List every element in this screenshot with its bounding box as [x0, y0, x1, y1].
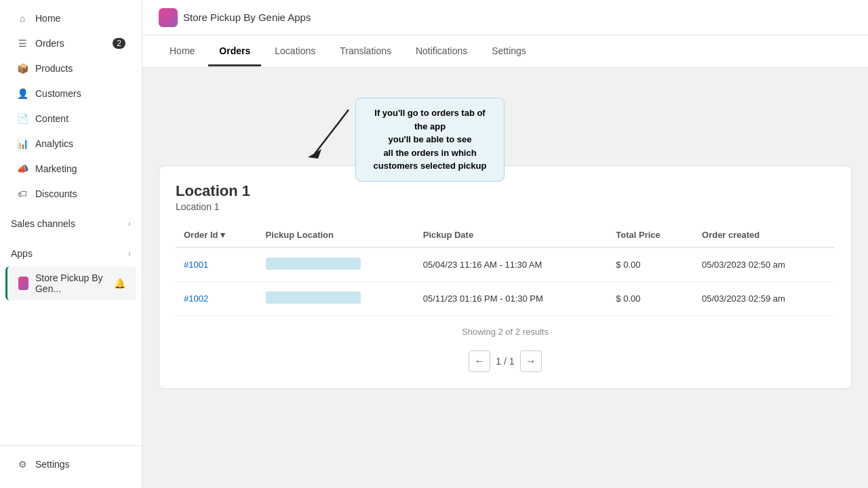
- products-icon: 📦: [16, 62, 28, 75]
- callout-container: If you'll go to orders tab of the app yo…: [159, 84, 852, 165]
- callout-tooltip: If you'll go to orders tab of the app yo…: [355, 98, 505, 182]
- sidebar-item-products[interactable]: 📦 Products: [5, 56, 136, 81]
- total-price-cell: $ 0.00: [608, 282, 694, 316]
- prev-page-button[interactable]: ←: [469, 350, 490, 372]
- active-app-item[interactable]: Store Pickup By Gen... 🔔: [5, 266, 136, 300]
- sidebar-nav: ⌂ Home ☰ Orders 2 📦 Products 👤 Customers…: [0, 0, 142, 440]
- tab-home[interactable]: Home: [159, 37, 205, 66]
- col-total-price: Total Price: [608, 223, 694, 247]
- order-link[interactable]: #1001: [184, 260, 208, 270]
- svg-line-0: [315, 110, 349, 154]
- order-id-cell: #1001: [176, 247, 258, 282]
- sidebar: ⌂ Home ☰ Orders 2 📦 Products 👤 Customers…: [0, 0, 142, 488]
- sales-channels-chevron: ›: [128, 219, 131, 228]
- apps-section-item[interactable]: Apps ›: [11, 244, 131, 263]
- location-title: Location 1: [176, 182, 835, 200]
- sidebar-label-customers: Customers: [35, 88, 125, 99]
- pickup-location-cell: [258, 247, 415, 282]
- orders-card: Location 1 Location 1 Order Id ▾ Pickup …: [159, 165, 852, 389]
- callout-line2: you'll be able to see: [388, 134, 471, 144]
- home-icon: ⌂: [16, 12, 28, 24]
- bell-icon: 🔔: [114, 278, 125, 289]
- col-pickup-date: Pickup Date: [415, 223, 608, 247]
- sidebar-item-home[interactable]: ⌂ Home: [5, 6, 136, 30]
- content-area: If you'll go to orders tab of the app yo…: [142, 68, 868, 488]
- callout-line1: If you'll go to orders tab of the app: [374, 108, 485, 131]
- pagination: ← 1 / 1 →: [176, 350, 835, 372]
- analytics-icon: 📊: [16, 138, 28, 150]
- svg-marker-1: [308, 149, 321, 159]
- app-header-title: Store Pickup By Genie Apps: [183, 12, 311, 23]
- order-id-cell: #1002: [176, 282, 258, 316]
- location-subtitle: Location 1: [176, 201, 835, 212]
- sidebar-item-customers[interactable]: 👤 Customers: [5, 81, 136, 106]
- app-header-icon: [159, 8, 178, 27]
- sidebar-item-orders[interactable]: ☰ Orders 2: [5, 31, 136, 56]
- tab-translations[interactable]: Translations: [329, 37, 402, 66]
- sales-channels-section: Sales channels ›: [0, 209, 142, 236]
- sidebar-item-settings[interactable]: ⚙ Settings: [5, 452, 136, 476]
- sidebar-label-analytics: Analytics: [35, 138, 125, 149]
- sidebar-item-discounts[interactable]: 🏷 Discounts: [5, 182, 136, 206]
- total-price-cell: $ 0.00: [608, 247, 694, 282]
- tabs-bar: Home Orders Locations Translations Notif…: [142, 35, 868, 68]
- order-created-cell: 05/03/2023 02:50 am: [694, 247, 835, 282]
- apps-chevron: ›: [128, 249, 131, 258]
- customers-icon: 👤: [16, 87, 28, 100]
- pickup-location-cell: [258, 282, 415, 316]
- col-pickup-location: Pickup Location: [258, 223, 415, 247]
- sidebar-label-settings: Settings: [35, 459, 125, 470]
- orders-table: Order Id ▾ Pickup Location Pickup Date T…: [176, 223, 835, 316]
- main-content: Store Pickup By Genie Apps Home Orders L…: [142, 0, 868, 488]
- discounts-icon: 🏷: [16, 188, 28, 200]
- sidebar-label-products: Products: [35, 63, 125, 74]
- pickup-date-cell: 05/04/23 11:16 AM - 11:30 AM: [415, 247, 608, 282]
- sidebar-item-content[interactable]: 📄 Content: [5, 106, 136, 131]
- sidebar-label-content: Content: [35, 113, 125, 124]
- settings-icon: ⚙: [16, 458, 28, 470]
- sidebar-label-discounts: Discounts: [35, 188, 125, 199]
- apps-label: Apps: [11, 248, 121, 259]
- table-row: #1002 05/11/23 01:16 PM - 01:30 PM $ 0.0…: [176, 282, 835, 316]
- col-order-created: Order created: [694, 223, 835, 247]
- sidebar-label-orders: Orders: [35, 38, 106, 49]
- sidebar-item-marketing[interactable]: 📣 Marketing: [5, 157, 136, 181]
- sidebar-item-analytics[interactable]: 📊 Analytics: [5, 131, 136, 156]
- sidebar-label-marketing: Marketing: [35, 163, 125, 174]
- callout-line4: customers selected pickup: [374, 161, 487, 171]
- marketing-icon: 📣: [16, 163, 28, 175]
- callout-line3: all the orders in which: [383, 148, 476, 158]
- app-icon: [18, 277, 28, 290]
- next-page-button[interactable]: →: [520, 350, 542, 372]
- tab-locations[interactable]: Locations: [264, 37, 326, 66]
- total-pages: 1: [509, 356, 515, 367]
- order-link[interactable]: #1002: [184, 293, 208, 304]
- pickup-location-bar: [266, 258, 361, 270]
- sales-channels-label: Sales channels: [11, 218, 121, 229]
- tab-settings[interactable]: Settings: [481, 37, 537, 66]
- tab-orders[interactable]: Orders: [208, 37, 261, 66]
- order-created-cell: 05/03/2023 02:59 am: [694, 282, 835, 316]
- table-row: #1001 05/04/23 11:16 AM - 11:30 AM $ 0.0…: [176, 247, 835, 282]
- content-icon: 📄: [16, 113, 28, 125]
- apps-section: Apps ›: [0, 239, 142, 266]
- orders-badge: 2: [113, 38, 125, 49]
- sidebar-footer: ⚙ Settings: [0, 445, 142, 488]
- active-app-label: Store Pickup By Gen...: [35, 272, 107, 294]
- orders-icon: ☰: [16, 37, 28, 49]
- pickup-location-bar: [266, 291, 361, 304]
- sidebar-label-home: Home: [35, 13, 125, 24]
- current-page: 1: [496, 356, 501, 367]
- pagination-text: 1 / 1: [496, 356, 514, 367]
- pickup-date-cell: 05/11/23 01:16 PM - 01:30 PM: [415, 282, 608, 316]
- tab-notifications[interactable]: Notifications: [405, 37, 478, 66]
- showing-text: Showing 2 of 2 results: [176, 327, 835, 337]
- app-header: Store Pickup By Genie Apps: [142, 0, 868, 35]
- col-order-id[interactable]: Order Id ▾: [176, 223, 258, 247]
- sales-channels-item[interactable]: Sales channels ›: [11, 214, 131, 233]
